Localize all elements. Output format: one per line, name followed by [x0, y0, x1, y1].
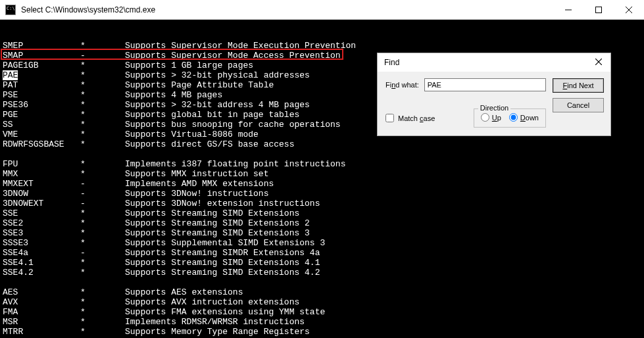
direction-down-radio[interactable]: Down — [509, 113, 539, 122]
feature-name: FPU — [3, 159, 80, 169]
output-row: SSE2*Supports Streaming SIMD Extensions … — [3, 218, 641, 228]
feature-name: SMEP — [3, 41, 80, 51]
feature-name: PAT — [3, 80, 80, 90]
feature-flag: - — [80, 189, 125, 199]
feature-name: SSE — [3, 208, 80, 218]
output-row: SSSE3*Supports Supplemental SIMD Extensi… — [3, 238, 641, 248]
window-title: Select C:\Windows\system32\cmd.exe — [20, 5, 553, 14]
feature-flag: - — [80, 51, 125, 60]
output-row: AES*Supports AES extensions — [3, 287, 641, 297]
feature-name: SMAP — [3, 51, 80, 60]
feature-desc: Supports AES extensions — [125, 287, 641, 297]
feature-flag: * — [80, 287, 125, 297]
maximize-button[interactable] — [583, 0, 614, 19]
minimize-button[interactable] — [553, 0, 583, 19]
feature-flag: - — [80, 199, 125, 208]
find-close-button[interactable] — [592, 58, 605, 67]
feature-flag: * — [80, 120, 125, 130]
close-button[interactable] — [614, 0, 644, 19]
feature-name: MMXEXT — [3, 179, 80, 189]
find-what-input[interactable] — [424, 78, 546, 91]
feature-flag: - — [80, 179, 125, 189]
feature-name: SSE4.1 — [3, 258, 80, 268]
output-row: SSE4.1*Supports Streaming SIMD Extension… — [3, 258, 641, 268]
feature-flag: * — [80, 130, 125, 139]
feature-desc: Supports 3DNow! extension instructions — [125, 199, 641, 208]
feature-flag: * — [80, 80, 125, 90]
feature-name: FMA — [3, 307, 80, 317]
feature-desc: Supports direct GS/FS base access — [125, 139, 641, 149]
feature-name: SSE2 — [3, 218, 80, 228]
find-dialog-titlebar[interactable]: Find — [378, 53, 610, 72]
output-row: SSE4a-Supports Streaming SIMDR Extension… — [3, 248, 641, 258]
direction-group: Direction Up Down — [474, 109, 546, 128]
output-row: MTRR*Supports Memory Type Range Register… — [3, 327, 641, 337]
feature-desc: Implements AMD MMX extensions — [125, 179, 641, 189]
output-row: 3DNOW-Supports 3DNow! instructions — [3, 189, 641, 199]
feature-name: MSR — [3, 317, 80, 327]
feature-desc: Supports Streaming SIMDR Extensions 4a — [125, 248, 641, 258]
feature-flag: * — [80, 307, 125, 317]
blank-line — [3, 149, 641, 159]
feature-name: SSSE3 — [3, 238, 80, 248]
feature-name: PSE — [3, 90, 80, 100]
output-row: MMX*Supports MMX instruction set — [3, 169, 641, 179]
output-row: SSE*Supports Streaming SIMD Extensions — [3, 208, 641, 218]
output-row: 3DNOWEXT-Supports 3DNow! extension instr… — [3, 199, 641, 208]
feature-flag: * — [80, 100, 125, 110]
feature-name: MTRR — [3, 327, 80, 337]
find-dialog: Find Find what: Find Next Match case Dir… — [377, 53, 611, 136]
feature-desc: Supports Streaming SIMD Extensions 2 — [125, 218, 641, 228]
feature-flag: * — [80, 139, 125, 149]
feature-name: AES — [3, 287, 80, 297]
output-row: SMEP*Supports Supervisor Mode Execution … — [3, 41, 641, 51]
blank-line — [3, 278, 641, 287]
feature-flag: * — [80, 41, 125, 51]
feature-name: PSE36 — [3, 100, 80, 110]
window-buttons — [553, 0, 644, 19]
feature-desc: Supports Supplemental SIMD Extensions 3 — [125, 238, 641, 248]
output-row: FMA*Supports FMA extensions using YMM st… — [3, 307, 641, 317]
selected-text: PAE — [3, 70, 18, 80]
feature-name: PAE — [3, 70, 80, 80]
feature-desc: Supports 3DNow! instructions — [125, 189, 641, 199]
feature-flag: * — [80, 90, 125, 100]
feature-flag: * — [80, 159, 125, 169]
output-row: MSR*Implements RDMSR/WRMSR instructions — [3, 317, 641, 327]
feature-desc: Supports FMA extensions using YMM state — [125, 307, 641, 317]
output-row: MMXEXT-Implements AMD MMX extensions — [3, 179, 641, 189]
feature-desc: Supports MMX instruction set — [125, 169, 641, 179]
feature-desc: Supports Streaming SIMD Extensions 4.1 — [125, 258, 641, 268]
match-case-checkbox[interactable]: Match case — [385, 114, 435, 122]
feature-flag: * — [80, 70, 125, 80]
feature-desc: Supports Supervisor Mode Execution Preve… — [125, 41, 641, 51]
find-dialog-body: Find what: Find Next Match case Directio… — [378, 72, 610, 135]
feature-flag: - — [80, 248, 125, 258]
feature-desc: Supports Streaming SIMD Extensions 3 — [125, 228, 641, 238]
find-dialog-title: Find — [384, 58, 592, 67]
feature-flag: * — [80, 297, 125, 307]
feature-name: SSE4a — [3, 248, 80, 258]
feature-flag: * — [80, 169, 125, 179]
direction-up-radio[interactable]: Up — [481, 113, 501, 122]
feature-desc: Supports Streaming SIMD Extensions — [125, 208, 641, 218]
svg-rect-1 — [596, 7, 602, 12]
feature-desc: Supports Memory Type Range Registers — [125, 327, 641, 337]
find-options-row: Match case Direction Up Down — [385, 98, 546, 128]
feature-flag: * — [80, 327, 125, 337]
output-row: AVX*Supports AVX intruction extensions — [3, 297, 641, 307]
output-row: SSE3*Supports Streaming SIMD Extensions … — [3, 228, 641, 238]
cancel-button[interactable]: Cancel — [553, 98, 604, 112]
feature-name: SSE4.2 — [3, 268, 80, 278]
find-next-button[interactable]: Find Next — [553, 78, 604, 93]
feature-name: SSE3 — [3, 228, 80, 238]
cmd-icon — [5, 5, 16, 15]
direction-legend: Direction — [478, 104, 510, 112]
feature-flag: * — [80, 218, 125, 228]
feature-flag: * — [80, 60, 125, 70]
feature-name: MMX — [3, 169, 80, 179]
feature-desc: Supports Streaming SIMD Extensions 4.2 — [125, 268, 641, 278]
feature-name: RDWRFSGSBASE — [3, 139, 80, 149]
feature-desc: Implements RDMSR/WRMSR instructions — [125, 317, 641, 327]
output-row: SSE4.2*Supports Streaming SIMD Extension… — [3, 268, 641, 278]
